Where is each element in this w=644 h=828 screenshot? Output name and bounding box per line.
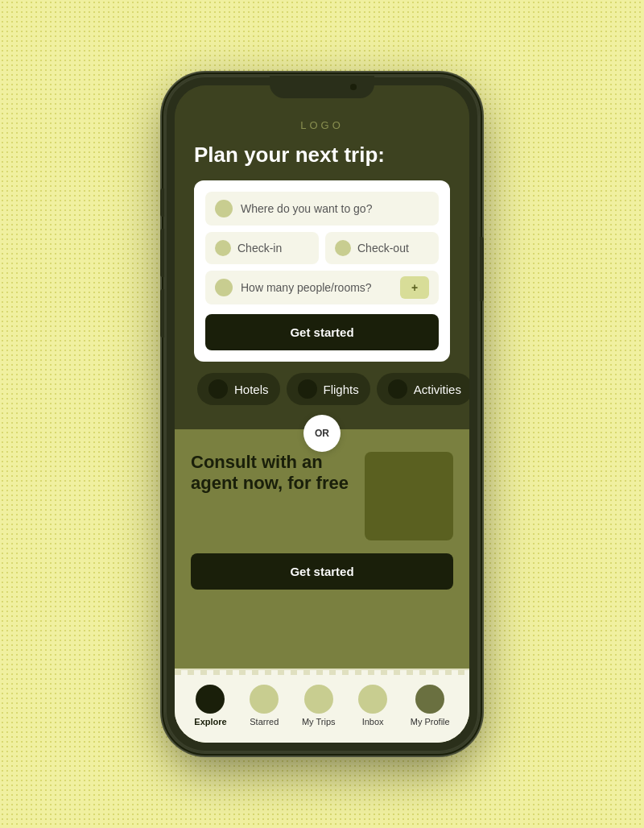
flights-icon [298, 379, 317, 399]
nav-item-my-trips[interactable]: My Trips [302, 685, 336, 727]
mute-button [160, 188, 164, 217]
phone-notch [270, 76, 374, 98]
consult-image [365, 452, 453, 540]
logo: LOGO [194, 119, 450, 131]
get-started-button[interactable]: Get started [205, 314, 439, 350]
nav-item-inbox[interactable]: Inbox [358, 685, 387, 727]
tab-hotels[interactable]: Hotels [197, 373, 280, 405]
profile-icon [415, 685, 444, 714]
category-tabs: Hotels Flights Activities [194, 373, 450, 416]
power-button [480, 237, 484, 301]
destination-icon [215, 200, 233, 217]
checkin-field[interactable]: Check-in [205, 232, 319, 264]
my-trips-label: My Trips [302, 717, 336, 727]
checkout-icon [335, 240, 351, 256]
tab-activities[interactable]: Activities [377, 373, 469, 405]
people-field[interactable]: How many people/rooms? + [205, 271, 439, 304]
explore-label: Explore [194, 717, 226, 727]
flights-label: Flights [324, 383, 359, 396]
activities-icon [388, 379, 407, 399]
starred-label: Starred [250, 717, 279, 727]
phone-screen: LOGO Plan your next trip: Where do you w… [175, 85, 469, 743]
consult-get-started-button[interactable]: Get started [191, 553, 453, 590]
bottom-nav-container: Explore Starred My Trips [175, 669, 469, 743]
top-section: LOGO Plan your next trip: Where do you w… [175, 85, 469, 429]
date-row: Check-in Check-out [205, 232, 439, 264]
bottom-nav: Explore Starred My Trips [175, 675, 469, 743]
activities-label: Activities [414, 383, 461, 396]
nav-item-explore[interactable]: Explore [194, 685, 226, 727]
page-title: Plan your next trip: [194, 143, 450, 168]
nav-item-starred[interactable]: Starred [250, 685, 279, 727]
nav-item-my-profile[interactable]: My Profile [411, 685, 450, 727]
destination-field[interactable]: Where do you want to go? [205, 192, 439, 226]
checkout-field[interactable]: Check-out [325, 232, 439, 264]
volume-down-button [160, 289, 164, 337]
inbox-icon [358, 685, 387, 714]
checkout-label: Check-out [357, 242, 409, 255]
inbox-label: Inbox [362, 717, 384, 727]
hotels-icon [208, 379, 228, 399]
my-profile-label: My Profile [411, 717, 450, 727]
destination-placeholder: Where do you want to go? [241, 202, 372, 215]
notch-camera [350, 84, 357, 90]
my-trips-icon [304, 685, 333, 714]
volume-up-button [160, 229, 164, 277]
search-card: Where do you want to go? Check-in Check-… [194, 180, 450, 362]
bottom-section: OR Consult with an agent now, for free G… [175, 429, 469, 743]
consult-text: Consult with an agent now, for free [191, 452, 355, 495]
hotels-label: Hotels [234, 383, 269, 396]
or-divider: OR [303, 415, 341, 452]
starred-icon [250, 685, 279, 714]
consult-title: Consult with an agent now, for free [191, 452, 355, 495]
people-placeholder: How many people/rooms? [241, 281, 372, 294]
phone-frame: LOGO Plan your next trip: Where do you w… [165, 76, 479, 752]
explore-icon [196, 685, 225, 714]
people-icon [215, 279, 233, 296]
people-stepper[interactable]: + [400, 276, 429, 299]
checkin-label: Check-in [237, 242, 282, 255]
tab-flights[interactable]: Flights [287, 373, 370, 405]
checkin-icon [215, 240, 231, 256]
phone-wrapper: LOGO Plan your next trip: Where do you w… [165, 76, 479, 752]
screen-content: LOGO Plan your next trip: Where do you w… [175, 85, 469, 743]
